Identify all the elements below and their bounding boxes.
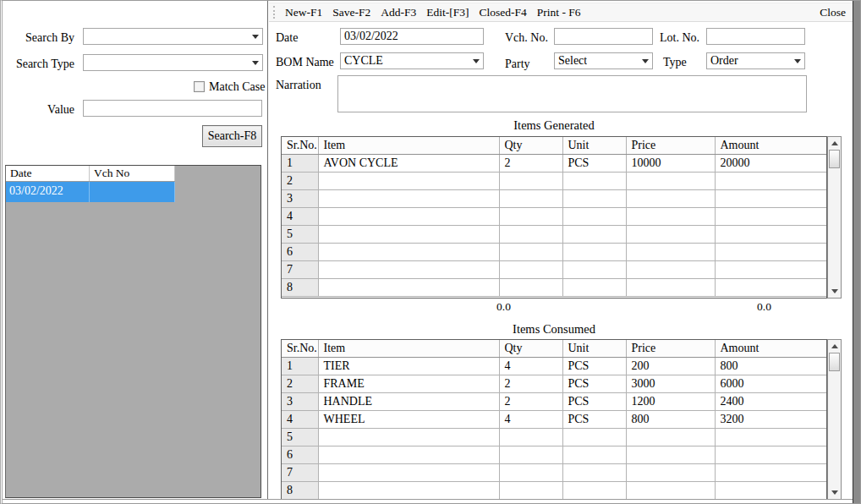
data-cell[interactable] <box>626 428 715 446</box>
data-cell[interactable] <box>318 243 499 260</box>
row-header-cell[interactable]: 6 <box>282 243 318 260</box>
data-cell[interactable] <box>318 446 499 463</box>
row-header-cell[interactable]: 5 <box>282 428 318 446</box>
data-cell[interactable]: 3000 <box>626 375 715 392</box>
scroll-up-icon[interactable] <box>828 340 841 353</box>
data-cell[interactable] <box>715 225 826 243</box>
row-header-cell[interactable]: 7 <box>282 260 318 278</box>
data-cell[interactable] <box>318 278 499 296</box>
data-cell[interactable] <box>499 481 562 499</box>
data-cell[interactable]: PCS <box>562 392 626 410</box>
data-cell[interactable] <box>562 207 626 225</box>
toolbar-save-button[interactable]: Save-F2 <box>327 4 376 21</box>
scroll-down-icon[interactable] <box>828 285 841 298</box>
data-cell[interactable] <box>715 207 826 225</box>
result-vchno-cell[interactable] <box>90 182 175 202</box>
data-cell[interactable]: 1200 <box>626 392 715 410</box>
data-cell[interactable] <box>318 189 499 207</box>
data-cell[interactable] <box>562 278 626 296</box>
bom-name-dropdown[interactable]: CYCLE <box>340 52 484 69</box>
data-cell[interactable] <box>715 260 826 278</box>
toolbar-edit-button[interactable]: Edit-[F3] <box>421 4 474 21</box>
date-input[interactable] <box>340 28 484 45</box>
data-cell[interactable] <box>499 225 562 243</box>
data-cell[interactable] <box>715 481 826 499</box>
data-cell[interactable] <box>715 446 826 463</box>
scroll-up-icon[interactable] <box>828 137 841 150</box>
type-dropdown[interactable]: Order <box>706 52 805 69</box>
data-cell[interactable] <box>499 189 562 207</box>
data-cell[interactable] <box>318 428 499 446</box>
data-cell[interactable] <box>626 225 715 243</box>
data-cell[interactable] <box>562 428 626 446</box>
data-cell[interactable] <box>626 278 715 296</box>
data-cell[interactable] <box>318 481 499 499</box>
data-cell[interactable]: 4 <box>499 410 562 428</box>
data-cell[interactable]: 800 <box>626 410 715 428</box>
party-dropdown[interactable]: Select <box>554 52 653 69</box>
data-cell[interactable] <box>562 172 626 189</box>
data-cell[interactable] <box>318 207 499 225</box>
data-cell[interactable]: PCS <box>562 375 626 392</box>
row-header-cell[interactable]: 5 <box>282 225 318 243</box>
toolbar-add-button[interactable]: Add-F3 <box>376 4 421 21</box>
data-cell[interactable] <box>499 278 562 296</box>
data-cell[interactable] <box>626 481 715 499</box>
data-cell[interactable]: 2 <box>499 375 562 392</box>
data-cell[interactable] <box>715 172 826 189</box>
data-cell[interactable]: 20000 <box>715 154 826 172</box>
scroll-down-icon[interactable] <box>828 486 841 499</box>
data-cell[interactable]: 3200 <box>715 410 826 428</box>
data-cell[interactable] <box>626 189 715 207</box>
data-cell[interactable] <box>562 481 626 499</box>
row-header-cell[interactable]: 3 <box>282 392 318 410</box>
data-cell[interactable]: WHEEL <box>318 410 499 428</box>
row-header-cell[interactable]: 6 <box>282 446 318 463</box>
toolbar-new-button[interactable]: New-F1 <box>280 4 327 21</box>
data-cell[interactable]: AVON CYCLE <box>318 154 499 172</box>
items-generated-scrollbar[interactable] <box>827 136 842 299</box>
data-cell[interactable]: PCS <box>562 154 626 172</box>
data-cell[interactable] <box>499 172 562 189</box>
result-date-cell[interactable]: 03/02/2022 <box>6 182 90 202</box>
search-button[interactable]: Search-F8 <box>202 125 262 147</box>
data-cell[interactable]: FRAME <box>318 375 499 392</box>
data-cell[interactable] <box>715 278 826 296</box>
row-header-cell[interactable]: 1 <box>282 357 318 375</box>
toolbar-closed-button[interactable]: Closed-F4 <box>474 4 532 21</box>
data-cell[interactable] <box>626 207 715 225</box>
match-case-checkbox[interactable] <box>194 81 205 92</box>
vch-no-input[interactable] <box>554 28 653 45</box>
data-cell[interactable] <box>626 260 715 278</box>
data-cell[interactable] <box>715 189 826 207</box>
row-header-cell[interactable]: 1 <box>282 154 318 172</box>
data-cell[interactable] <box>715 463 826 481</box>
data-cell[interactable] <box>499 428 562 446</box>
data-cell[interactable] <box>562 189 626 207</box>
data-cell[interactable]: 10000 <box>626 154 715 172</box>
narration-textarea[interactable] <box>337 75 807 112</box>
search-by-dropdown[interactable] <box>83 28 263 45</box>
data-cell[interactable] <box>715 243 826 260</box>
data-cell[interactable] <box>715 428 826 446</box>
selected-result-row[interactable]: 03/02/2022 <box>6 182 175 202</box>
data-cell[interactable]: 4 <box>499 357 562 375</box>
lot-no-input[interactable] <box>706 28 805 45</box>
search-type-dropdown[interactable] <box>83 54 263 71</box>
data-cell[interactable] <box>562 446 626 463</box>
items-consumed-scrollbar[interactable] <box>827 339 842 499</box>
data-cell[interactable]: HANDLE <box>318 392 499 410</box>
data-cell[interactable]: 2400 <box>715 392 826 410</box>
data-cell[interactable]: PCS <box>562 357 626 375</box>
data-cell[interactable] <box>626 172 715 189</box>
row-header-cell[interactable]: 2 <box>282 375 318 392</box>
data-cell[interactable] <box>499 260 562 278</box>
row-header-cell[interactable]: 3 <box>282 189 318 207</box>
data-cell[interactable] <box>499 243 562 260</box>
data-cell[interactable]: TIER <box>318 357 499 375</box>
data-cell[interactable] <box>318 463 499 481</box>
row-header-cell[interactable]: 7 <box>282 463 318 481</box>
data-cell[interactable] <box>562 243 626 260</box>
data-cell[interactable]: PCS <box>562 410 626 428</box>
toolbar-grip-icon[interactable] <box>273 6 275 19</box>
